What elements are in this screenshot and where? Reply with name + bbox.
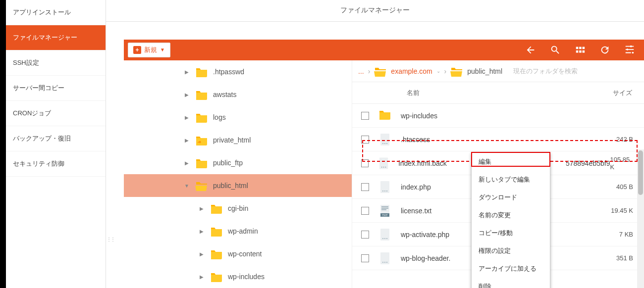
folder-search-input[interactable]: 現在のフォルダを検索	[513, 67, 578, 76]
column-size[interactable]: サイズ	[613, 89, 644, 97]
expander-icon[interactable]: ▶	[183, 69, 190, 75]
back-icon[interactable]	[525, 45, 536, 55]
chevron-down-icon[interactable]: ⌄	[436, 68, 440, 74]
folder-icon	[374, 66, 387, 77]
new-button[interactable]: + 新規 ▼	[128, 43, 170, 57]
expander-icon[interactable]: ▼	[183, 183, 190, 189]
chevron-right-icon: ›	[368, 67, 371, 75]
svg-rect-11	[579, 47, 582, 49]
breadcrumb-current[interactable]: public_html	[467, 67, 502, 75]
expander-icon[interactable]: ▶	[198, 206, 205, 211]
sidebar-item[interactable]: ファイルマネージャー	[6, 25, 106, 50]
row-checkbox[interactable]	[361, 136, 369, 144]
tree-item[interactable]: ▶logs	[124, 106, 352, 129]
search-icon[interactable]	[550, 45, 561, 55]
folder-icon	[195, 66, 208, 77]
expander-icon[interactable]: ▶	[183, 115, 190, 120]
folder-icon	[195, 135, 208, 145]
toolbar: + 新規 ▼	[124, 40, 644, 60]
sidebar-item[interactable]: CRONジョブ	[6, 101, 106, 126]
context-menu-item[interactable]: 編集	[472, 153, 550, 171]
folder-icon	[378, 109, 392, 123]
svg-point-18	[630, 46, 632, 48]
tree-item[interactable]: ▶private_html	[124, 129, 352, 151]
expander-icon[interactable]: ▶	[183, 160, 190, 166]
sidebar-item[interactable]: バックアップ・復旧	[6, 126, 106, 151]
folder-icon	[210, 226, 223, 237]
context-menu-item[interactable]: アーカイブに加える	[472, 260, 550, 278]
tree-item[interactable]: ▶cgi-bin	[124, 197, 352, 220]
folder-tree: ▶.htpasswd▶awstats▶logs▶private_html▶pub…	[124, 60, 352, 288]
tree-item-label: public_ftp	[213, 159, 243, 167]
tree-item[interactable]: ▶public_ftp	[124, 151, 352, 174]
sidebar-item[interactable]: アプリインストール	[6, 0, 106, 25]
main-area: ファイルマネージャー + 新規 ▼ ▶.htpasswd▶awstats▶log…	[106, 0, 644, 288]
tree-item-label: .htpasswd	[213, 68, 244, 76]
svg-rect-14	[579, 50, 582, 53]
file-icon	[378, 180, 392, 194]
tree-item-label: wp-admin	[228, 227, 258, 235]
breadcrumb-parent[interactable]: example.com	[391, 67, 432, 75]
list-header: 名前 サイズ	[352, 82, 644, 104]
file-row[interactable]: .htaccess242 B	[352, 128, 644, 151]
tree-item[interactable]: ▼public_html	[124, 174, 352, 197]
column-name[interactable]: 名前	[407, 89, 420, 97]
sidebar-item[interactable]: セキュリティ防御	[6, 151, 106, 177]
expander-icon[interactable]: ▶	[198, 229, 205, 234]
file-icon	[377, 156, 390, 170]
tree-item-label: cgi-bin	[228, 204, 248, 212]
pane-resize-handle[interactable]: ⋮⋮	[107, 237, 114, 242]
tree-item[interactable]: ▶wp-admin	[124, 220, 352, 242]
file-size: 242 B	[616, 136, 644, 143]
expander-icon[interactable]: ▶	[198, 274, 205, 280]
file-name: .htaccess	[401, 136, 616, 144]
row-checkbox[interactable]	[361, 159, 369, 167]
context-menu-item[interactable]: 権限の設定	[472, 242, 550, 260]
file-icon	[378, 133, 392, 146]
row-checkbox[interactable]	[361, 183, 369, 191]
row-checkbox[interactable]	[361, 254, 369, 262]
tree-item-label: private_html	[213, 136, 251, 144]
folder-icon	[195, 89, 208, 100]
grid-icon[interactable]	[575, 45, 586, 55]
tree-item-label: wp-includes	[228, 273, 265, 281]
new-button-label: 新規	[144, 46, 157, 54]
folder-icon	[210, 248, 223, 259]
file-name-suffix: 578894eb5bf9	[566, 159, 610, 167]
folder-icon	[450, 66, 463, 77]
context-menu-item[interactable]: 新しいタブで編集	[472, 171, 550, 189]
context-menu-item[interactable]: ダウンロード	[472, 189, 550, 206]
chevron-right-icon: ›	[444, 67, 447, 75]
folder-icon	[195, 180, 208, 191]
breadcrumb-ellipsis[interactable]: ...	[358, 67, 364, 75]
svg-point-16	[632, 52, 634, 54]
tree-item[interactable]: ▶wp-content	[124, 242, 352, 265]
file-row[interactable]: wp-includes	[352, 104, 644, 128]
refresh-icon[interactable]	[599, 45, 610, 55]
breadcrumb: ... › example.com ⌄ › public_html 現在のフォル…	[352, 60, 644, 82]
tree-item[interactable]: ▶.htpasswd	[124, 60, 352, 83]
context-menu-item[interactable]: コピー/移動	[472, 224, 550, 242]
folder-icon	[195, 112, 208, 123]
file-name: wp-includes	[401, 112, 633, 120]
tree-item-label: public_html	[213, 182, 248, 190]
sidebar-item[interactable]: サーバー間コピー	[6, 76, 106, 101]
sidebar-item[interactable]: SSH設定	[6, 50, 106, 76]
expander-icon[interactable]: ▶	[198, 251, 205, 257]
chevron-down-icon: ▼	[160, 47, 165, 52]
folder-icon	[210, 271, 223, 282]
expander-icon[interactable]: ▶	[183, 92, 190, 97]
tree-item[interactable]: ▶awstats	[124, 83, 352, 106]
context-menu-item[interactable]: 名前の変更	[472, 206, 550, 224]
svg-rect-12	[583, 47, 585, 49]
settings-icon[interactable]	[624, 45, 635, 55]
scrollbar-thumb[interactable]	[638, 150, 643, 195]
expander-icon[interactable]: ▶	[183, 138, 190, 143]
context-menu: 編集新しいタブで編集ダウンロード名前の変更コピー/移動権限の設定アーカイブに加え…	[471, 152, 550, 288]
row-checkbox[interactable]	[361, 231, 369, 239]
tree-item[interactable]: ▶wp-includes	[124, 265, 352, 288]
row-checkbox[interactable]	[361, 112, 369, 120]
sidebar: アプリインストールファイルマネージャーSSH設定サーバー間コピーCRONジョブバ…	[6, 0, 106, 288]
context-menu-item[interactable]: 削除	[472, 278, 550, 288]
row-checkbox[interactable]	[361, 207, 369, 215]
